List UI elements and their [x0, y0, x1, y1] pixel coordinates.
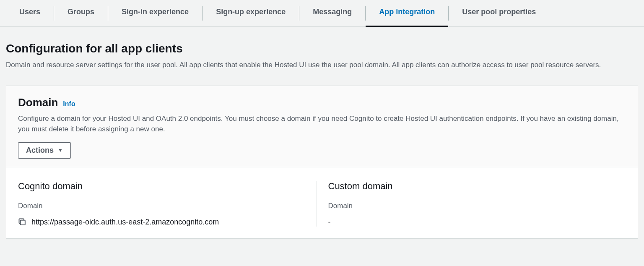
card-title-row: Domain Info: [18, 96, 626, 109]
dropdown-caret-icon: ▼: [58, 147, 63, 153]
cognito-domain-value: https://passage-oidc.auth.us-east-2.amaz…: [31, 218, 219, 227]
cognito-domain-value-row: https://passage-oidc.auth.us-east-2.amaz…: [18, 218, 316, 227]
domain-card-body: Cognito domain Domain https://passage-oi…: [6, 167, 638, 238]
tab-sign-up-experience[interactable]: Sign-up experience: [203, 8, 299, 26]
section-title: Configuration for all app clients: [6, 42, 638, 55]
tab-app-integration[interactable]: App integration: [366, 8, 448, 26]
info-link[interactable]: Info: [63, 100, 75, 108]
domain-card-header: Domain Info Configure a domain for your …: [6, 86, 638, 167]
custom-domain-value: -: [328, 218, 331, 227]
domain-card-description: Configure a domain for your Hosted UI an…: [18, 113, 626, 135]
cognito-domain-heading: Cognito domain: [18, 181, 316, 192]
custom-domain-value-row: -: [328, 218, 626, 227]
tab-users[interactable]: Users: [6, 8, 54, 26]
copy-icon[interactable]: [18, 218, 26, 226]
custom-domain-column: Custom domain Domain -: [316, 181, 626, 227]
cognito-domain-label: Domain: [18, 202, 316, 210]
actions-button[interactable]: Actions ▼: [18, 142, 71, 159]
tab-user-pool-properties[interactable]: User pool properties: [449, 8, 549, 26]
tab-messaging[interactable]: Messaging: [299, 8, 365, 26]
cognito-domain-column: Cognito domain Domain https://passage-oi…: [18, 181, 316, 227]
section-description: Domain and resource server settings for …: [6, 60, 638, 70]
domain-card: Domain Info Configure a domain for your …: [6, 86, 638, 239]
custom-domain-heading: Custom domain: [328, 181, 626, 192]
section-header: Configuration for all app clients Domain…: [0, 27, 644, 70]
actions-button-label: Actions: [26, 146, 54, 155]
svg-rect-0: [21, 220, 25, 225]
custom-domain-label: Domain: [328, 202, 626, 210]
tab-groups[interactable]: Groups: [54, 8, 108, 26]
tab-bar: Users Groups Sign-in experience Sign-up …: [0, 0, 644, 27]
domain-card-title: Domain: [18, 96, 58, 109]
tab-sign-in-experience[interactable]: Sign-in experience: [108, 8, 202, 26]
